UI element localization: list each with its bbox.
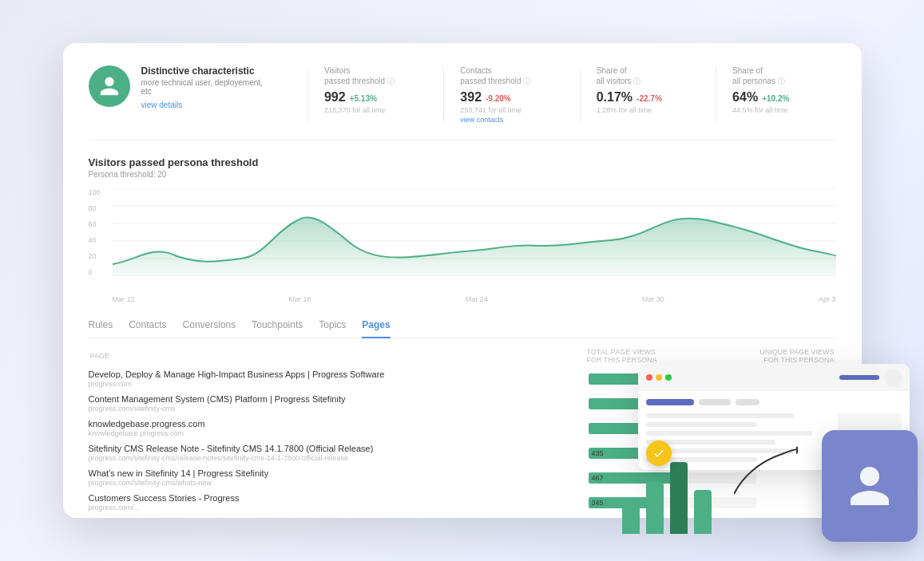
stat-divider-2: [443, 65, 444, 124]
nav-item-1: [699, 399, 731, 405]
y-label-0: 0: [89, 268, 101, 276]
stat-contacts-value: 392: [460, 90, 482, 105]
chart-y-labels: 100 80 60 40 20 0: [89, 188, 101, 276]
chart-bar: [694, 490, 712, 534]
persona-subtitle: more technical user, deployement, etc: [141, 78, 269, 96]
stat-visitors-label: Visitorspassed threshold ⓘ: [324, 65, 427, 87]
browser-nav: [646, 399, 902, 405]
browser-line: [646, 413, 795, 418]
stat-share-visitors-change: -22.7%: [636, 94, 662, 103]
tab-touchpoints[interactable]: Touchpoints: [252, 319, 303, 338]
stat-share-personas-value: 64%: [732, 90, 758, 105]
x-label-apr3: Apr 3: [819, 295, 836, 303]
stat-share-personas-label: Share ofall personas ⓘ: [732, 65, 835, 87]
x-label-mar12: Mar 12: [113, 295, 135, 303]
y-label-60: 60: [89, 220, 101, 228]
tab-topics[interactable]: Topics: [319, 319, 346, 338]
page-info: What's new in Sitefinity 14 | Progress S…: [89, 468, 581, 487]
stat-contacts-change: -9.20%: [486, 94, 511, 103]
main-container: Distinctive characteristic more technica…: [63, 43, 862, 518]
page-info: Sitefinity CMS Release Note - Sitefinity…: [89, 444, 581, 462]
browser-bar: [638, 364, 910, 391]
chart-title: Visitors passed persona threshold: [89, 156, 836, 168]
browser-line: [646, 431, 813, 436]
stat-share-personas: Share ofall personas ⓘ 64% +10.2% 44.5% …: [732, 65, 835, 114]
col-header-unique: UNIQUE PAGE VIEWSFOR THIS PERSONA: [755, 348, 835, 365]
stat-share-personas-subtext: 44.5% for all time: [732, 106, 835, 114]
page-url: progress.com/sitefinity-cms/release-note…: [89, 454, 581, 462]
y-label-80: 80: [89, 204, 101, 212]
y-label-20: 20: [89, 252, 101, 260]
tab-pages[interactable]: Pages: [362, 319, 390, 338]
page-url: knowledgebase.progress.com: [89, 429, 581, 437]
bar-chart-item: [646, 482, 664, 534]
stat-visitors-value: 992: [324, 90, 346, 105]
chart-bar: [670, 462, 688, 534]
pages-table-header: PAGE TOTAL PAGE VIEWSFOR THIS PERSONA UN…: [89, 348, 836, 365]
browser-dot-red: [646, 374, 652, 381]
browser-dot-yellow: [656, 374, 662, 381]
page-url: progress.com/sitefinity-cms/whats-new: [89, 479, 581, 487]
info-icon-2: ⓘ: [523, 77, 530, 85]
nav-item-2: [736, 399, 759, 405]
info-icon-3: ⓘ: [633, 77, 640, 85]
persona-avatar: [89, 65, 130, 107]
page-title: Customers Success Stories - Progress: [89, 493, 581, 503]
bar-chart-item: [670, 462, 688, 534]
stat-divider-4: [716, 65, 716, 124]
tab-contacts[interactable]: Contacts: [129, 319, 166, 338]
browser-dot-green: [665, 374, 672, 381]
chart-x-labels: Mar 12 Mar 18 Mar 24 Mar 30 Apr 3: [113, 295, 836, 303]
chart-bar: [646, 482, 664, 534]
stat-contacts-subtext: 293,741 for all time: [460, 106, 563, 114]
page-title: Develop, Deploy & Manage High-Impact Bus…: [89, 369, 581, 379]
col-header-total: TOTAL PAGE VIEWSFOR THIS PERSONA: [579, 348, 755, 365]
page-title: Content Management System (CMS) Platform…: [89, 394, 581, 404]
chart-section: Visitors passed persona threshold Person…: [89, 140, 836, 311]
stat-visitors-change: +5.13%: [350, 94, 377, 103]
nav-item-active: [646, 399, 694, 405]
chart-area: 100 80 60 40 20 0: [89, 188, 836, 292]
page-url: progress.com/...: [89, 504, 581, 512]
stat-share-visitors: Share ofall visitors ⓘ 0.17% -22.7% 1.28…: [597, 65, 700, 114]
tab-conversions[interactable]: Conversions: [183, 319, 236, 338]
page-info: Develop, Deploy & Manage High-Impact Bus…: [89, 369, 581, 388]
chart-subtitle: Persona threshold: 20: [89, 170, 836, 179]
tabs-row: Rules Contacts Conversions Touchpoints T…: [89, 311, 836, 338]
page-url: progress.com: [89, 380, 581, 388]
svg-marker-6: [796, 446, 798, 454]
stat-share-visitors-subtext: 1.28% for all time: [597, 106, 700, 114]
page-info: Customers Success Stories - Progress pro…: [89, 493, 581, 512]
check-badge: [646, 441, 672, 466]
stat-visitors: Visitorspassed threshold ⓘ 992 +5.13% 21…: [324, 65, 427, 114]
chart-bar: [622, 502, 640, 534]
browser-line: [646, 422, 757, 427]
persona-info: Distinctive characteristic more technica…: [141, 65, 269, 109]
x-label-mar24: Mar 24: [466, 295, 488, 303]
stat-divider-1: [307, 65, 308, 124]
page-title: What's new in Sitefinity 14 | Progress S…: [89, 468, 581, 478]
x-label-mar18: Mar 18: [289, 295, 311, 303]
y-label-100: 100: [89, 188, 101, 196]
stat-share-visitors-value: 0.17%: [597, 90, 633, 105]
float-bar-chart: [622, 462, 766, 534]
persona-link[interactable]: view details: [141, 101, 269, 109]
stats-row: Distinctive characteristic more technica…: [89, 65, 836, 140]
page-info: knowledgebase.progress.com knowledgebase…: [89, 419, 581, 437]
view-contacts-link[interactable]: view contacts: [460, 116, 563, 124]
float-persona-card: [822, 430, 918, 542]
page-title: Sitefinity CMS Release Note - Sitefinity…: [89, 444, 581, 453]
y-label-40: 40: [89, 236, 101, 244]
page-url: progress.com/sitefinity-cms: [89, 405, 581, 413]
bar-chart-item: [622, 502, 640, 534]
stat-divider-3: [580, 65, 581, 124]
stat-share-personas-change: +10.2%: [762, 94, 789, 103]
col-header-page: PAGE: [90, 352, 579, 360]
stat-contacts-label: Contactspassed threshold ⓘ: [460, 65, 563, 87]
tab-rules[interactable]: Rules: [89, 319, 113, 338]
chart-svg: [113, 188, 836, 292]
info-icon-4: ⓘ: [778, 77, 785, 85]
info-icon: ⓘ: [387, 77, 395, 85]
page-title: knowledgebase.progress.com: [89, 419, 581, 429]
stat-share-visitors-label: Share ofall visitors ⓘ: [597, 65, 700, 87]
